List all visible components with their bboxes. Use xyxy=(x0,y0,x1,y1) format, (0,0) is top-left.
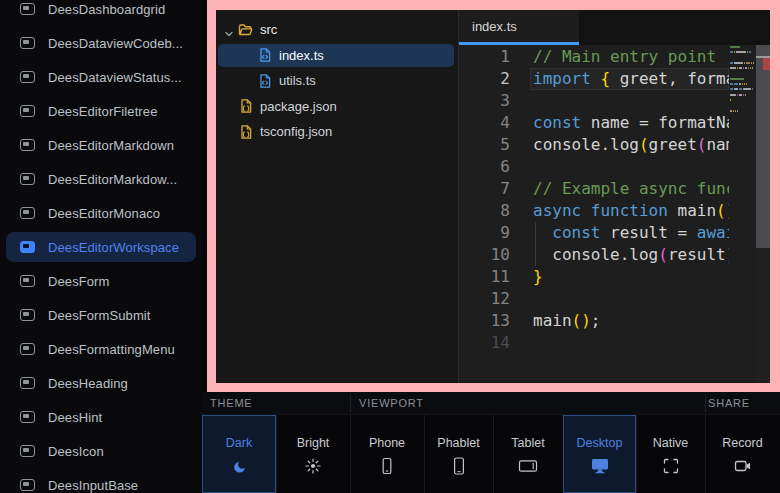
tablet-icon xyxy=(518,457,538,475)
component-icon xyxy=(20,241,35,253)
sidebar-item-deesicon[interactable]: DeesIcon xyxy=(6,436,196,466)
code-line-3: 3 xyxy=(459,90,729,112)
section-label-viewport: VIEWPORT xyxy=(359,392,424,415)
component-sidebar: DeesDashboardgridDeesDataviewCodeb...Dee… xyxy=(0,0,202,493)
sidebar-item-deesformattingmenu[interactable]: DeesFormattingMenu xyxy=(6,334,196,364)
sidebar-item-label: DeesEditorMarkdown xyxy=(48,138,174,153)
native-button[interactable]: Native xyxy=(636,415,705,493)
sidebar-item-deesdataviewstatus[interactable]: DeesDataviewStatus... xyxy=(6,62,196,92)
tab-label: index.ts xyxy=(472,19,517,34)
tree-item-index-ts[interactable]: index.ts xyxy=(216,43,458,69)
code-line-9: 9 const result = await Promise.resolve(4… xyxy=(459,222,729,244)
editor-scrollbar[interactable] xyxy=(756,45,770,383)
bottom-menubar: THEMEVIEWPORTSHARE DarkBrightPhonePhable… xyxy=(202,392,780,493)
line-number: 11 xyxy=(459,266,510,288)
sidebar-item-deesinputbase[interactable]: DeesInputBase xyxy=(6,470,196,493)
minimap-line xyxy=(730,99,731,101)
sidebar-item-label: DeesEditorFiletree xyxy=(48,104,157,119)
sidebar-item-deesform[interactable]: DeesForm xyxy=(6,266,196,296)
line-number: 3 xyxy=(459,90,510,112)
button-label: Bright xyxy=(297,436,330,450)
editor-workspace: srcindex.tsutils.tspackage.jsontsconfig.… xyxy=(216,10,770,383)
line-text: import { greet, formatName } from './uti… xyxy=(533,68,729,90)
sidebar-item-deeseditormarkdown[interactable]: DeesEditorMarkdown xyxy=(6,130,196,160)
video-icon xyxy=(733,457,753,475)
minimap-line xyxy=(730,94,746,96)
section-divider xyxy=(705,394,706,412)
code-line-13: 13main(); xyxy=(459,310,729,332)
code-line-2: 2import { greet, formatName } from './ut… xyxy=(459,68,729,90)
editor-pane: index.ts 1// Main entry point2import { g… xyxy=(459,10,770,383)
desktop-button[interactable]: Desktop xyxy=(563,415,636,493)
folder-open-icon xyxy=(238,22,254,38)
component-icon xyxy=(20,411,35,423)
tree-item-src[interactable]: src xyxy=(216,17,458,43)
sidebar-item-label: DeesFormattingMenu xyxy=(48,342,175,357)
code-line-5: 5console.log(greet(name)); xyxy=(459,134,729,156)
phablet-button[interactable]: Phablet xyxy=(424,415,493,493)
sidebar-item-deesheading[interactable]: DeesHeading xyxy=(6,368,196,398)
sidebar-item-deesdashboardgrid[interactable]: DeesDashboardgrid xyxy=(6,0,196,24)
tree-item-label: utils.ts xyxy=(279,73,316,88)
tab-index-ts[interactable]: index.ts xyxy=(459,10,579,45)
component-icon xyxy=(20,105,35,117)
line-number: 6 xyxy=(459,156,510,178)
moon-icon xyxy=(231,457,247,475)
app: DeesDashboardgridDeesDataviewCodeb...Dee… xyxy=(0,0,780,493)
sidebar-item-deeshint[interactable]: DeesHint xyxy=(6,402,196,432)
sidebar-item-deeseditorworkspace[interactable]: DeesEditorWorkspace xyxy=(6,232,196,262)
tree-item-utils-ts[interactable]: utils.ts xyxy=(216,68,458,94)
sidebar-item-label: DeesDataviewCodeb... xyxy=(48,36,183,51)
button-label: Tablet xyxy=(511,436,544,450)
dark-button[interactable]: Dark xyxy=(202,415,276,493)
line-text: } xyxy=(533,266,543,288)
sidebar-item-label: DeesEditorWorkspace xyxy=(48,240,179,255)
line-number: 8 xyxy=(459,200,510,222)
button-label: Desktop xyxy=(577,436,623,450)
component-icon xyxy=(20,275,35,287)
button-label: Phablet xyxy=(437,436,479,450)
code-line-8: 8async function main() { xyxy=(459,200,729,222)
chevron-down-icon[interactable] xyxy=(224,25,234,35)
button-label: Phone xyxy=(369,436,405,450)
tree-item-label: package.json xyxy=(260,99,337,114)
button-label: Native xyxy=(653,436,688,450)
line-number: 10 xyxy=(459,244,510,266)
line-number: 7 xyxy=(459,178,510,200)
sun-icon xyxy=(304,457,322,475)
phablet-icon xyxy=(451,457,467,475)
code-line-12: 12 xyxy=(459,288,729,310)
component-icon xyxy=(20,377,35,389)
file-explorer: srcindex.tsutils.tspackage.jsontsconfig.… xyxy=(216,10,459,383)
scrollbar-thumb[interactable] xyxy=(756,45,770,248)
line-text: const name = formatName('World'); xyxy=(533,112,729,134)
tree-item-label: tsconfig.json xyxy=(260,124,332,139)
section-label-share: SHARE xyxy=(708,392,750,415)
demo-frame: srcindex.tsutils.tspackage.jsontsconfig.… xyxy=(207,0,780,392)
sidebar-item-deesdataviewcodeb[interactable]: DeesDataviewCodeb... xyxy=(6,28,196,58)
record-button[interactable]: Record xyxy=(705,415,780,493)
sidebar-item-deeseditorfiletree[interactable]: DeesEditorFiletree xyxy=(6,96,196,126)
minimap[interactable] xyxy=(729,45,756,383)
section-divider xyxy=(350,394,351,412)
sidebar-item-deesformsubmit[interactable]: DeesFormSubmit xyxy=(6,300,196,330)
code-line-10: 10 console.log(result); xyxy=(459,244,729,266)
tree-item-package-json[interactable]: package.json xyxy=(216,94,458,120)
code-line-6: 6 xyxy=(459,156,729,178)
bright-button[interactable]: Bright xyxy=(276,415,350,493)
tree-item-tsconfig-json[interactable]: tsconfig.json xyxy=(216,119,458,145)
sidebar-item-deeseditormarkdow[interactable]: DeesEditorMarkdow... xyxy=(6,164,196,194)
code-editor[interactable]: 1// Main entry point2import { greet, for… xyxy=(459,45,770,383)
tablet-button[interactable]: Tablet xyxy=(493,415,563,493)
component-icon xyxy=(20,343,35,355)
sidebar-item-deeseditormonaco[interactable]: DeesEditorMonaco xyxy=(6,198,196,228)
error-overview-marker xyxy=(763,58,770,70)
component-icon xyxy=(20,445,35,457)
sidebar-item-label: DeesEditorMonaco xyxy=(48,206,160,221)
main-area: srcindex.tsutils.tspackage.jsontsconfig.… xyxy=(202,0,780,493)
phone-button[interactable]: Phone xyxy=(350,415,424,493)
line-text: async function main() { xyxy=(533,200,729,222)
line-number: 9 xyxy=(459,222,510,244)
minimap-line xyxy=(730,78,744,80)
file-json-icon xyxy=(238,98,254,114)
